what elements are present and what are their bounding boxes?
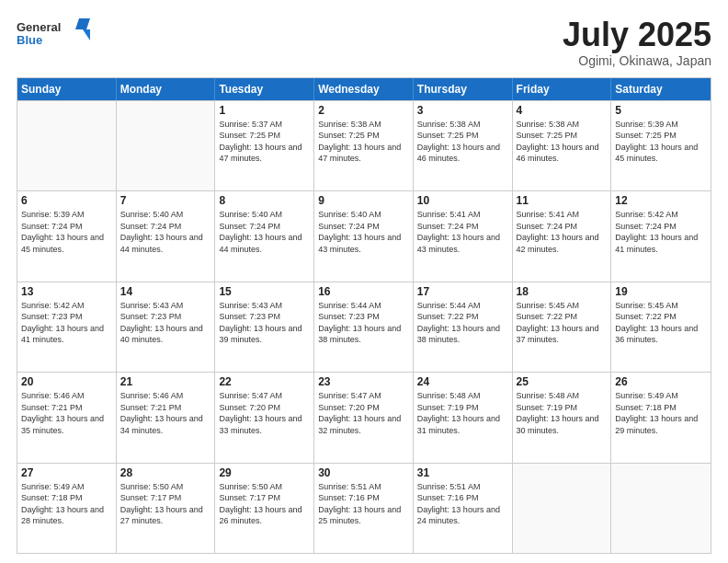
day-number: 19 — [615, 285, 707, 298]
day-number: 15 — [219, 285, 310, 298]
calendar-cell: 12Sunrise: 5:42 AM Sunset: 7:24 PM Dayli… — [611, 191, 711, 281]
calendar-cell: 28Sunrise: 5:50 AM Sunset: 7:17 PM Dayli… — [117, 464, 216, 553]
calendar-cell: 6Sunrise: 5:39 AM Sunset: 7:24 PM Daylig… — [17, 191, 117, 281]
calendar-cell — [513, 464, 612, 553]
cell-text: Sunrise: 5:41 AM Sunset: 7:24 PM Dayligh… — [417, 209, 508, 255]
month-title: July 2025 — [563, 17, 711, 53]
svg-text:Blue: Blue — [17, 33, 42, 47]
day-number: 20 — [21, 375, 112, 388]
cell-text: Sunrise: 5:44 AM Sunset: 7:23 PM Dayligh… — [318, 300, 409, 346]
calendar-cell — [117, 101, 216, 190]
day-number: 28 — [120, 466, 211, 479]
calendar-cell: 27Sunrise: 5:49 AM Sunset: 7:18 PM Dayli… — [17, 464, 117, 553]
calendar-cell: 16Sunrise: 5:44 AM Sunset: 7:23 PM Dayli… — [314, 282, 414, 372]
cell-text: Sunrise: 5:37 AM Sunset: 7:25 PM Dayligh… — [219, 119, 310, 165]
calendar-cell: 14Sunrise: 5:43 AM Sunset: 7:23 PM Dayli… — [117, 282, 216, 372]
cell-text: Sunrise: 5:42 AM Sunset: 7:23 PM Dayligh… — [21, 300, 112, 346]
day-number: 27 — [21, 466, 112, 479]
calendar-cell: 31Sunrise: 5:51 AM Sunset: 7:16 PM Dayli… — [414, 464, 513, 553]
day-number: 7 — [120, 194, 211, 207]
calendar-cell: 21Sunrise: 5:46 AM Sunset: 7:21 PM Dayli… — [117, 373, 216, 462]
cell-text: Sunrise: 5:43 AM Sunset: 7:23 PM Dayligh… — [120, 300, 211, 346]
day-number: 14 — [120, 285, 211, 298]
cell-text: Sunrise: 5:39 AM Sunset: 7:24 PM Dayligh… — [21, 209, 112, 255]
cell-text: Sunrise: 5:45 AM Sunset: 7:22 PM Dayligh… — [517, 300, 608, 346]
day-number: 31 — [417, 466, 508, 479]
calendar-cell: 1Sunrise: 5:37 AM Sunset: 7:25 PM Daylig… — [215, 101, 314, 190]
cell-text: Sunrise: 5:39 AM Sunset: 7:25 PM Dayligh… — [615, 119, 707, 165]
cell-text: Sunrise: 5:48 AM Sunset: 7:19 PM Dayligh… — [417, 390, 508, 436]
cell-text: Sunrise: 5:47 AM Sunset: 7:20 PM Dayligh… — [318, 390, 409, 436]
day-number: 13 — [21, 285, 112, 298]
day-number: 24 — [417, 375, 508, 388]
cell-text: Sunrise: 5:46 AM Sunset: 7:21 PM Dayligh… — [120, 390, 211, 436]
day-number: 12 — [615, 194, 707, 207]
day-number: 9 — [318, 194, 409, 207]
day-number: 21 — [120, 375, 211, 388]
location: Ogimi, Okinawa, Japan — [563, 53, 711, 68]
calendar-cell: 13Sunrise: 5:42 AM Sunset: 7:23 PM Dayli… — [17, 282, 117, 372]
title-block: July 2025 Ogimi, Okinawa, Japan — [563, 17, 711, 68]
day-number: 29 — [219, 466, 310, 479]
day-number: 18 — [517, 285, 608, 298]
calendar-cell: 22Sunrise: 5:47 AM Sunset: 7:20 PM Dayli… — [215, 373, 314, 462]
day-number: 17 — [417, 285, 508, 298]
calendar-cell: 2Sunrise: 5:38 AM Sunset: 7:25 PM Daylig… — [314, 101, 414, 190]
logo-svg: General Blue — [17, 17, 90, 50]
calendar-cell: 19Sunrise: 5:45 AM Sunset: 7:22 PM Dayli… — [611, 282, 711, 372]
cell-text: Sunrise: 5:40 AM Sunset: 7:24 PM Dayligh… — [318, 209, 409, 255]
calendar-cell: 8Sunrise: 5:40 AM Sunset: 7:24 PM Daylig… — [215, 191, 314, 281]
header: General Blue July 2025 Ogimi, Okinawa, J… — [17, 17, 711, 68]
cell-text: Sunrise: 5:40 AM Sunset: 7:24 PM Dayligh… — [120, 209, 211, 255]
day-number: 3 — [417, 104, 508, 117]
calendar-cell: 9Sunrise: 5:40 AM Sunset: 7:24 PM Daylig… — [314, 191, 414, 281]
cell-text: Sunrise: 5:46 AM Sunset: 7:21 PM Dayligh… — [21, 390, 112, 436]
cell-text: Sunrise: 5:48 AM Sunset: 7:19 PM Dayligh… — [517, 390, 608, 436]
day-number: 16 — [318, 285, 409, 298]
day-number: 26 — [615, 375, 707, 388]
calendar-cell: 24Sunrise: 5:48 AM Sunset: 7:19 PM Dayli… — [414, 373, 513, 462]
day-number: 22 — [219, 375, 310, 388]
day-number: 5 — [615, 104, 707, 117]
cell-text: Sunrise: 5:51 AM Sunset: 7:16 PM Dayligh… — [417, 481, 508, 527]
cell-text: Sunrise: 5:38 AM Sunset: 7:25 PM Dayligh… — [318, 119, 409, 165]
calendar-cell: 23Sunrise: 5:47 AM Sunset: 7:20 PM Dayli… — [314, 373, 414, 462]
calendar-cell: 15Sunrise: 5:43 AM Sunset: 7:23 PM Dayli… — [215, 282, 314, 372]
calendar-cell: 10Sunrise: 5:41 AM Sunset: 7:24 PM Dayli… — [414, 191, 513, 281]
calendar-cell: 18Sunrise: 5:45 AM Sunset: 7:22 PM Dayli… — [513, 282, 612, 372]
page: General Blue July 2025 Ogimi, Okinawa, J… — [0, 0, 728, 563]
calendar-cell: 17Sunrise: 5:44 AM Sunset: 7:22 PM Dayli… — [414, 282, 513, 372]
calendar-cell: 25Sunrise: 5:48 AM Sunset: 7:19 PM Dayli… — [513, 373, 612, 462]
cell-text: Sunrise: 5:38 AM Sunset: 7:25 PM Dayligh… — [417, 119, 508, 165]
calendar-body: 1Sunrise: 5:37 AM Sunset: 7:25 PM Daylig… — [17, 100, 711, 553]
calendar-header-cell: Tuesday — [215, 78, 314, 100]
calendar-header-cell: Sunday — [17, 78, 117, 100]
calendar-header-cell: Monday — [117, 78, 216, 100]
calendar-cell: 11Sunrise: 5:41 AM Sunset: 7:24 PM Dayli… — [513, 191, 612, 281]
cell-text: Sunrise: 5:38 AM Sunset: 7:25 PM Dayligh… — [517, 119, 608, 165]
logo: General Blue — [17, 17, 90, 50]
cell-text: Sunrise: 5:42 AM Sunset: 7:24 PM Dayligh… — [615, 209, 707, 255]
cell-text: Sunrise: 5:41 AM Sunset: 7:24 PM Dayligh… — [517, 209, 608, 255]
calendar-row: 6Sunrise: 5:39 AM Sunset: 7:24 PM Daylig… — [17, 190, 711, 281]
calendar-header-cell: Thursday — [414, 78, 513, 100]
svg-marker-3 — [83, 29, 90, 40]
cell-text: Sunrise: 5:50 AM Sunset: 7:17 PM Dayligh… — [219, 481, 310, 527]
calendar-header-row: SundayMondayTuesdayWednesdayThursdayFrid… — [17, 78, 711, 100]
calendar-cell: 29Sunrise: 5:50 AM Sunset: 7:17 PM Dayli… — [215, 464, 314, 553]
calendar-header-cell: Wednesday — [314, 78, 414, 100]
calendar-cell: 26Sunrise: 5:49 AM Sunset: 7:18 PM Dayli… — [611, 373, 711, 462]
day-number: 25 — [517, 375, 608, 388]
calendar-cell: 4Sunrise: 5:38 AM Sunset: 7:25 PM Daylig… — [513, 101, 612, 190]
cell-text: Sunrise: 5:44 AM Sunset: 7:22 PM Dayligh… — [417, 300, 508, 346]
day-number: 4 — [517, 104, 608, 117]
calendar: SundayMondayTuesdayWednesdayThursdayFrid… — [17, 77, 711, 554]
calendar-header-cell: Friday — [513, 78, 612, 100]
calendar-cell: 7Sunrise: 5:40 AM Sunset: 7:24 PM Daylig… — [117, 191, 216, 281]
calendar-row: 20Sunrise: 5:46 AM Sunset: 7:21 PM Dayli… — [17, 372, 711, 462]
day-number: 1 — [219, 104, 310, 117]
day-number: 10 — [417, 194, 508, 207]
calendar-cell: 30Sunrise: 5:51 AM Sunset: 7:16 PM Dayli… — [314, 464, 414, 553]
day-number: 23 — [318, 375, 409, 388]
cell-text: Sunrise: 5:47 AM Sunset: 7:20 PM Dayligh… — [219, 390, 310, 436]
